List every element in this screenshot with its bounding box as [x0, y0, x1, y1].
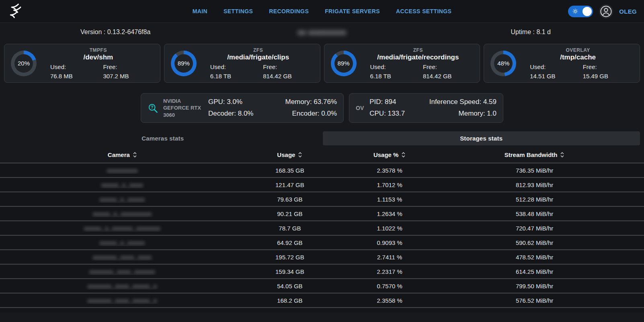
usage-pct-cell: 1.1022 % — [335, 225, 444, 232]
mount-path: /media/frigate/clips — [201, 53, 316, 61]
usage-cell: 195.72 GB — [245, 254, 335, 261]
detector-pid: PID: 894 — [369, 96, 405, 108]
usage-cell: 78.7 GB — [245, 225, 335, 232]
storage-cards-row: 20% TMPFS /dev/shm Used: Free: 76.8 MB 3… — [4, 44, 640, 83]
storage-usage-percent: 89% — [331, 51, 357, 76]
filesystem-type: TMPFS — [41, 47, 156, 53]
gpu-detector-row: ? NVIDIA GEFORCE RTX 3060 GPU: 3.0% Deco… — [0, 93, 644, 123]
column-label: Usage % — [373, 151, 399, 158]
camera-name-cell: xxxxxxx_xxxx_xxxx — [0, 254, 245, 261]
nav-item-access-settings[interactable]: ACCESS SETTINGS — [396, 8, 451, 14]
detector-cpu: CPU: 133.7 — [369, 108, 405, 120]
storage-card-tmp-cache: 48% OVERLAY /tmp/cache Used: Free: 14.51… — [484, 44, 640, 83]
camera-name-blurred: xxxxxxxxx — [107, 167, 138, 174]
camera-name-cell: xxxxx_x_xxxxxxxxx — [0, 210, 245, 217]
storage-card-recordings: 89% ZFS /media/frigate/recordings Used: … — [324, 44, 480, 83]
camera-name-blurred: xxxxx_x_xxxxxx_xxxxxxx — [84, 225, 161, 232]
theme-toggle[interactable] — [568, 6, 593, 17]
camera-name-blurred: xxxxx_x_xxxxxxxxx — [93, 210, 152, 217]
table-header: Camera Usage Usage % St — [0, 147, 644, 163]
gpu-usage: GPU: 3.0% — [208, 96, 253, 108]
info-row: Version : 0.13.2-6476f8a xx xxxxxxxxx Up… — [0, 23, 644, 43]
used-label: Used: — [370, 63, 423, 70]
bandwidth-cell: 812.93 MiB/hr — [444, 181, 625, 188]
detector-label: OV — [356, 105, 364, 111]
bandwidth-cell: 736.35 MiB/hr — [444, 167, 625, 174]
usage-pct-cell: 1.7012 % — [335, 181, 444, 188]
username[interactable]: OLEG — [619, 8, 637, 15]
bandwidth-cell: 720.47 MiB/hr — [444, 225, 625, 232]
table-row: xxxxx_x_xxxxxxxxx90.21 GB1.2634 %538.48 … — [0, 206, 644, 220]
free-value: 307.2 MB — [103, 73, 156, 79]
column-header-usage[interactable]: Usage — [245, 151, 335, 158]
frigate-logo-icon[interactable] — [7, 2, 26, 20]
storage-stats-table: Camera Usage Usage % St — [0, 147, 644, 313]
usage-cell: 79.63 GB — [245, 196, 335, 203]
camera-name-cell: xxxxxxx_xxxx_xxxxx_x — [0, 283, 245, 289]
bandwidth-cell: 614.25 MiB/hr — [444, 268, 625, 275]
usage-cell: 168.2 GB — [245, 297, 335, 304]
sort-icon — [401, 152, 406, 158]
free-label: Free: — [423, 63, 476, 70]
filesystem-type: ZFS — [201, 47, 316, 53]
nav-links: MAIN SETTINGS RECORDINGS FRIGATE SERVERS… — [0, 8, 644, 14]
usage-pct-cell: 0.9093 % — [335, 239, 444, 246]
table-row: xxxxxxxxx168.35 GB2.3578 %736.35 MiB/hr — [0, 163, 644, 177]
usage-pct-cell: 0.7570 % — [335, 283, 444, 289]
nav-item-frigate-servers[interactable]: FRIGATE SERVERS — [325, 8, 380, 14]
column-header-camera[interactable]: Camera — [0, 151, 245, 158]
storage-usage-percent: 89% — [171, 51, 197, 76]
used-label: Used: — [210, 63, 263, 70]
usage-cell: 90.21 GB — [245, 210, 335, 217]
camera-name-cell: xxxxx_x_xxxxx — [0, 196, 245, 203]
camera-name-blurred: xxxxxxx_xxxx_xxxxxx — [90, 268, 155, 275]
gpu-card: ? NVIDIA GEFORCE RTX 3060 GPU: 3.0% Deco… — [141, 93, 344, 123]
usage-cell: 159.34 GB — [245, 268, 335, 275]
svg-text:?: ? — [151, 105, 154, 110]
free-label: Free: — [103, 63, 156, 70]
camera-name-blurred: xxxxxxx_xxxx_xxxxx_x — [88, 297, 157, 304]
mount-path: /dev/shm — [41, 53, 156, 61]
tab-storages-stats[interactable]: Storages stats — [323, 131, 640, 145]
gpu-encoder: Encoder: 0.0% — [285, 108, 337, 120]
camera-name-blurred: xxxxxxx_xxxx_xxxx — [93, 254, 152, 261]
used-value: 6.18 TB — [210, 73, 263, 79]
usage-cell: 64.92 GB — [245, 239, 335, 246]
table-row: xxxxxxx_xxxx_xxxxxx159.34 GB2.2317 %614.… — [0, 264, 644, 278]
sort-icon — [298, 152, 302, 158]
storage-usage-donut: 89% — [331, 51, 357, 76]
detector-card: OV PID: 894 CPU: 133.7 Inference Speed: … — [349, 93, 503, 123]
gpu-name: NVIDIA GEFORCE RTX 3060 — [163, 98, 204, 119]
storage-usage-donut: 20% — [11, 51, 37, 76]
used-value: 76.8 MB — [50, 73, 103, 79]
user-avatar-icon[interactable] — [599, 4, 613, 18]
table-row: xxxxxxx_xxxx_xxxxx_x54.05 GB0.7570 %799.… — [0, 278, 644, 293]
column-label: Stream Bandwidth — [505, 151, 558, 158]
storage-table-body: xxxxxxxxx168.35 GB2.3578 %736.35 MiB/hrx… — [0, 163, 644, 307]
filesystem-type: OVERLAY — [520, 47, 636, 53]
column-header-usage-pct[interactable]: Usage % — [335, 151, 444, 158]
camera-name-blurred: xxxxx_x_xxxxx — [100, 196, 145, 203]
camera-name-cell: xxxxx_x_xxxxxx_xxxxxxx — [0, 225, 245, 232]
nav-item-main[interactable]: MAIN — [193, 8, 207, 14]
detector-inference-speed: Inference Speed: 4.59 — [429, 96, 496, 108]
sun-icon — [572, 8, 578, 14]
tab-cameras-stats[interactable]: Cameras stats — [4, 131, 322, 145]
usage-pct-cell: 2.7411 % — [335, 254, 444, 261]
stats-tabs: Cameras stats Storages stats — [4, 131, 640, 145]
sort-icon — [560, 152, 564, 158]
nav-item-settings[interactable]: SETTINGS — [224, 8, 253, 14]
storage-usage-donut: 48% — [490, 51, 516, 76]
camera-name-cell: xxxxxxx_xxxx_xxxxxx — [0, 268, 245, 275]
mount-path: /tmp/cache — [520, 53, 636, 61]
storage-card-dev-shm: 20% TMPFS /dev/shm Used: Free: 76.8 MB 3… — [4, 44, 160, 83]
bandwidth-cell: 576.52 MiB/hr — [444, 297, 625, 304]
nav-item-recordings[interactable]: RECORDINGS — [269, 8, 309, 14]
used-value: 14.51 GB — [530, 73, 582, 79]
used-value: 6.18 TB — [370, 73, 423, 79]
table-row: xxxxx_x_xxxxx79.63 GB1.1153 %512.28 MiB/… — [0, 192, 644, 206]
column-header-stream-bandwidth[interactable]: Stream Bandwidth — [444, 151, 625, 158]
usage-pct-cell: 1.1153 % — [335, 196, 444, 203]
uptime-text: Uptime : 8.1 d — [511, 29, 551, 36]
server-name-text: xx xxxxxxxxx — [298, 29, 347, 36]
